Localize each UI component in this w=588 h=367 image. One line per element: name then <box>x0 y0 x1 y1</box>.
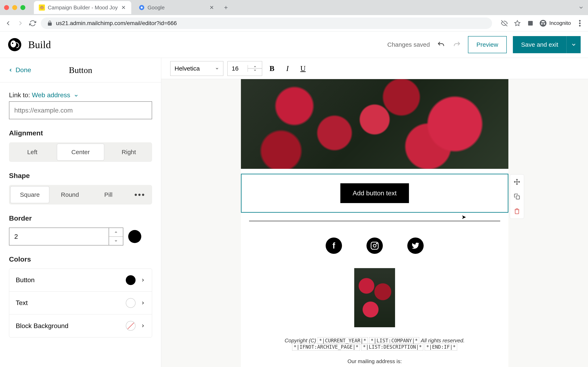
svg-rect-15 <box>516 196 519 199</box>
bookmark-button[interactable] <box>513 19 521 27</box>
border-decrease-button[interactable] <box>109 237 123 245</box>
svg-marker-2 <box>515 20 520 25</box>
tab-title: Campaign Builder - Mood Joy <box>48 4 118 11</box>
color-button-label: Button <box>16 276 35 284</box>
sidebar-panel: Done Button Link to: Web address Alignme… <box>0 58 161 367</box>
merge-tag-year: *|CURRENT_YEAR|* <box>318 337 368 344</box>
divider-block[interactable] <box>249 221 500 221</box>
reload-button[interactable] <box>29 19 37 27</box>
align-right-option[interactable]: Right <box>105 142 152 162</box>
save-dropdown-button[interactable] <box>566 36 581 53</box>
hero-image[interactable] <box>241 79 508 169</box>
address-bar[interactable]: us21.admin.mailchimp.com/email/editor?id… <box>41 17 492 29</box>
move-block-button[interactable] <box>510 175 524 189</box>
color-background-row[interactable]: Block Background <box>9 314 152 337</box>
done-button[interactable]: Done <box>8 66 31 74</box>
font-size-increase-button[interactable] <box>248 65 262 68</box>
email-canvas[interactable]: Add button text <box>161 79 588 367</box>
incognito-indicator[interactable]: Incognito <box>539 20 571 27</box>
close-tab-button[interactable]: ✕ <box>209 5 215 10</box>
save-and-exit-button[interactable]: Save and exit <box>513 36 566 53</box>
color-bg-label: Block Background <box>16 322 68 330</box>
link-type: Web address <box>32 91 70 99</box>
shape-square-option[interactable]: Square <box>10 186 49 203</box>
app-header: Build Changes saved Preview Save and exi… <box>0 31 588 58</box>
button-block-selected[interactable]: Add button text <box>241 174 508 213</box>
redo-button[interactable] <box>452 40 462 50</box>
new-tab-button[interactable]: + <box>222 3 230 12</box>
underline-button[interactable]: U <box>297 63 309 74</box>
facebook-icon[interactable]: f <box>326 238 342 254</box>
browser-menu-button[interactable] <box>576 19 584 27</box>
back-button[interactable] <box>4 19 12 27</box>
twitter-icon[interactable] <box>407 238 424 254</box>
mailing-address-label: Our mailing address is: <box>241 354 508 367</box>
shape-round-option[interactable]: Round <box>51 185 89 205</box>
color-text-row[interactable]: Text <box>9 292 152 314</box>
browser-tab-active[interactable]: 🐵 Campaign Builder - Mood Joy ✕ <box>34 1 131 14</box>
browser-tab[interactable]: Google ✕ <box>134 1 219 14</box>
url-text: us21.admin.mailchimp.com/email/editor?id… <box>56 20 177 26</box>
link-to-row[interactable]: Link to: Web address <box>9 91 152 99</box>
font-family-select[interactable]: Helvetica <box>170 61 223 76</box>
svg-point-17 <box>373 244 376 247</box>
alignment-label: Alignment <box>9 129 152 137</box>
color-swatch-white <box>126 298 136 308</box>
page-title: Build <box>28 39 51 50</box>
delete-block-button[interactable] <box>510 204 524 218</box>
color-swatch-black <box>126 275 136 285</box>
border-value: 2 <box>9 228 109 245</box>
svg-point-18 <box>376 243 377 244</box>
shape-pill-option[interactable]: Pill <box>89 185 128 205</box>
merge-tag-company: *|LIST:COMPANY|* <box>369 337 419 344</box>
forward-button[interactable] <box>16 19 25 27</box>
font-size-value: 16 <box>228 65 248 72</box>
italic-button[interactable]: I <box>282 63 293 74</box>
save-status: Changes saved <box>387 41 430 48</box>
font-size-decrease-button[interactable] <box>248 68 262 72</box>
email-button[interactable]: Add button text <box>340 183 409 203</box>
svg-point-11 <box>11 40 16 47</box>
close-window-button[interactable] <box>4 5 9 10</box>
svg-point-5 <box>541 23 543 25</box>
lock-icon <box>47 20 53 26</box>
align-center-option[interactable]: Center <box>57 143 104 161</box>
shape-more-button[interactable]: ••• <box>128 185 152 205</box>
undo-button[interactable] <box>436 40 446 50</box>
border-increase-button[interactable] <box>109 228 123 237</box>
font-family-value: Helvetica <box>174 65 200 72</box>
color-text-label: Text <box>16 299 28 307</box>
merge-tag-ifnot: *|IFNOT:ARCHIVE_PAGE|* <box>292 343 360 350</box>
duplicate-block-button[interactable] <box>510 189 524 204</box>
bold-button[interactable]: B <box>266 63 278 74</box>
minimize-window-button[interactable] <box>12 5 17 10</box>
close-tab-button[interactable]: ✕ <box>121 5 126 10</box>
maximize-window-button[interactable] <box>20 5 25 10</box>
google-icon <box>139 4 145 11</box>
url-input[interactable] <box>9 101 152 119</box>
tabs-overflow-button[interactable] <box>578 5 584 10</box>
align-left-option[interactable]: Left <box>9 142 56 162</box>
font-size-input[interactable]: 16 <box>227 61 262 76</box>
border-width-input[interactable]: 2 <box>9 227 123 245</box>
footer-copyright[interactable]: Copyright (C) *|CURRENT_YEAR|* *|LIST:CO… <box>241 333 508 354</box>
merge-tag-desc: *|LIST:DESCRIPTION|* <box>361 343 423 350</box>
svg-point-8 <box>579 22 581 24</box>
social-block[interactable]: f <box>241 229 508 262</box>
color-button-row[interactable]: Button <box>9 269 152 292</box>
preview-button[interactable]: Preview <box>468 36 507 53</box>
chevron-down-icon <box>215 67 219 71</box>
footer-image[interactable] <box>354 268 395 327</box>
extensions-button[interactable] <box>526 19 535 27</box>
instagram-icon[interactable] <box>366 238 383 254</box>
tab-title: Google <box>148 4 165 11</box>
chevron-right-icon <box>140 323 145 328</box>
eye-off-icon[interactable] <box>500 19 508 27</box>
svg-point-9 <box>579 25 581 26</box>
panel-title: Button <box>69 65 92 75</box>
link-to-label: Link to: <box>9 91 30 99</box>
mailchimp-logo[interactable] <box>7 37 22 52</box>
shape-control: Square Round Pill ••• <box>9 185 152 205</box>
tab-favicon: 🐵 <box>39 4 45 11</box>
border-color-swatch[interactable] <box>128 230 141 243</box>
